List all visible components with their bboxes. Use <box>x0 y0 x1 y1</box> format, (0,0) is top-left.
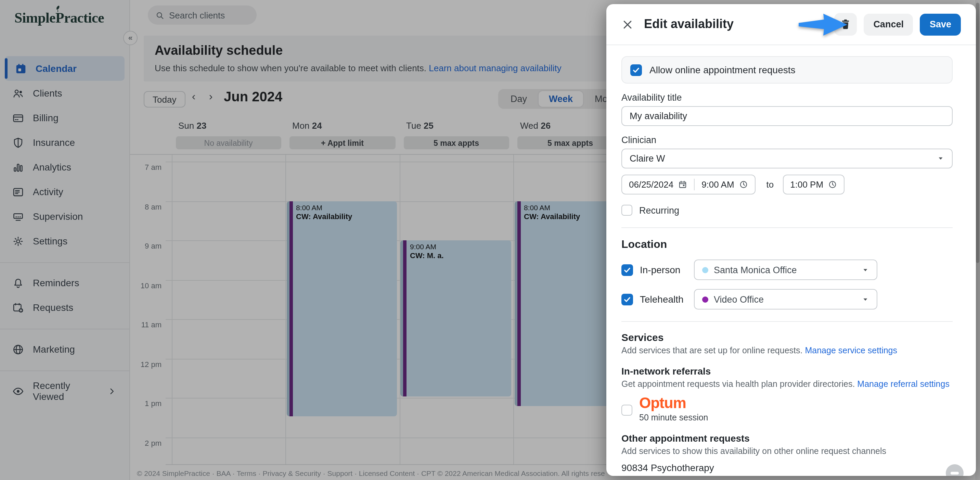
referrals-subtitle: Get appointment requests via health plan… <box>621 380 953 389</box>
optum-checkbox[interactable] <box>621 405 632 416</box>
divider <box>621 321 953 322</box>
save-button[interactable]: Save <box>920 13 961 35</box>
edit-availability-drawer: Edit availability Cancel Save Allow onli… <box>606 4 976 476</box>
availability-title-input[interactable]: My availability <box>621 106 953 126</box>
chevron-down-icon <box>937 155 944 162</box>
clock-icon <box>739 180 748 189</box>
optum-logo: Optum <box>639 396 708 411</box>
availability-title-label: Availability title <box>621 92 953 103</box>
delete-availability-button[interactable] <box>834 13 857 36</box>
date-picker[interactable]: 06/25/2024 <box>622 179 694 190</box>
app-root: SimplePractice CalendarClientsBillingIns… <box>0 0 980 480</box>
telehealth-location-select[interactable]: Video Office <box>694 289 877 309</box>
calendar-small-icon <box>678 180 687 189</box>
office-color-dot <box>702 267 708 273</box>
services-heading: Services <box>621 332 953 343</box>
allow-online-label: Allow online appointment requests <box>649 64 795 75</box>
chevron-down-icon <box>862 266 869 274</box>
drawer-actions: Cancel Save <box>834 13 961 36</box>
clinician-select[interactable]: Claire W <box>621 148 953 169</box>
trash-icon <box>840 19 851 30</box>
other-requests-heading: Other appointment requests <box>621 433 953 444</box>
end-time-picker[interactable]: 1:00 PM <box>783 179 844 190</box>
recurring-checkbox[interactable] <box>621 205 632 216</box>
telehealth-row: Telehealth Video Office <box>621 289 953 309</box>
start-time-picker[interactable]: 9:00 AM <box>695 179 754 190</box>
location-heading: Location <box>621 238 953 250</box>
divider <box>621 227 953 228</box>
referrals-heading: In-network referrals <box>621 366 953 376</box>
optum-referral-row: Optum 50 minute session <box>621 396 953 423</box>
recurring-row: Recurring <box>621 205 953 216</box>
drawer-header: Edit availability Cancel Save <box>606 4 976 45</box>
video-office-color-dot <box>702 296 708 302</box>
clock-icon <box>828 180 837 189</box>
allow-online-requests-row: Allow online appointment requests <box>621 56 953 83</box>
allow-online-checkbox[interactable] <box>630 64 642 76</box>
cancel-button[interactable]: Cancel <box>864 13 913 35</box>
drawer-title: Edit availability <box>644 17 733 32</box>
date-time-row: 06/25/2024 9:00 AM to 1:00 PM <box>621 175 953 195</box>
to-label: to <box>767 179 774 190</box>
start-date-time-group: 06/25/2024 9:00 AM <box>621 175 756 195</box>
other-requests-subtitle: Add services to show this availability o… <box>621 447 953 456</box>
service-item-90834: 90834 Psychotherapy <box>621 462 953 473</box>
in-person-row: In-person Santa Monica Office <box>621 260 953 280</box>
manage-referral-settings-link[interactable]: Manage referral settings <box>857 380 950 389</box>
clinician-label: Clinician <box>621 135 953 145</box>
optum-session-label: 50 minute session <box>639 413 708 423</box>
drawer-body: Allow online appointment requests Availa… <box>606 56 976 473</box>
close-icon[interactable] <box>621 18 634 30</box>
end-time-group: 1:00 PM <box>783 175 845 195</box>
in-person-label: In-person <box>640 264 687 275</box>
telehealth-checkbox[interactable] <box>621 293 633 305</box>
manage-service-settings-link[interactable]: Manage service settings <box>805 346 897 356</box>
recurring-label: Recurring <box>639 205 679 215</box>
chevron-down-icon <box>862 295 869 303</box>
telehealth-label: Telehealth <box>640 294 687 305</box>
in-person-location-select[interactable]: Santa Monica Office <box>694 260 877 280</box>
in-person-checkbox[interactable] <box>621 264 633 276</box>
services-subtitle: Add services that are set up for online … <box>621 346 953 356</box>
